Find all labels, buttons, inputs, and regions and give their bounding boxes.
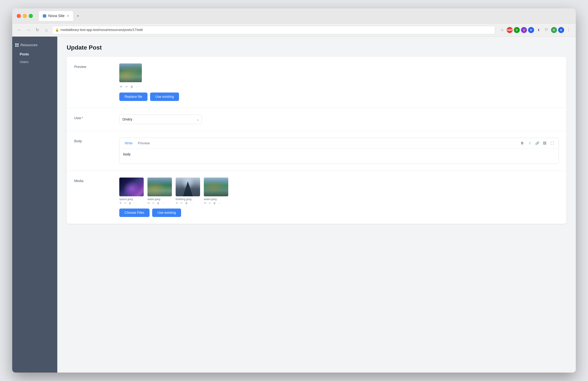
home-button[interactable]: ⌂ [43, 27, 50, 33]
media-delete-icon-1[interactable]: 🗑 [157, 202, 160, 205]
expand-button[interactable]: ⛶ [549, 140, 556, 147]
media-more-icon-3[interactable]: ··· [218, 201, 222, 205]
sidebar: Resources Posts Users [12, 37, 57, 373]
traffic-lights [17, 14, 33, 18]
tab-favicon [43, 14, 46, 18]
url-text: medialibrary-test-app.test/nova/resource… [61, 28, 143, 32]
tab-area: Nova Site ✕ + [39, 11, 81, 21]
url-bar[interactable]: 🔒 medialibrary-test-app.test/nova/resour… [52, 26, 495, 34]
media-item-1: water.jpeg 👁 ✏ 🗑 ··· [147, 178, 172, 205]
use-existing-media-button[interactable]: Use existing [152, 209, 181, 217]
shield-icon[interactable]: 🛡 [543, 27, 550, 33]
d-extension[interactable]: D [528, 27, 534, 33]
sidebar-nav: Posts Users [12, 51, 57, 66]
user-content: Dmitry Admin Editor ⌄ [119, 115, 559, 124]
media-more-icon-0[interactable]: ··· [134, 201, 137, 205]
media-item-2: building.jpeg 👁 ✏ 🗑 ··· [176, 178, 200, 205]
forward-button[interactable]: → [25, 27, 32, 33]
preview-more-icon[interactable]: ··· [136, 85, 140, 89]
sidebar-item-posts[interactable]: Posts [12, 51, 57, 58]
preview-image [119, 63, 142, 82]
browser-actions: ☆ ABP V ⚡ D ⬇ 🛡 G D ⋮ [499, 27, 572, 33]
profile-button[interactable]: D [558, 27, 564, 33]
media-item-3: water.jpeg 👁 ✏ 🗑 ··· [204, 178, 228, 205]
bolt-extension[interactable]: ⚡ [521, 27, 527, 33]
body-content: Write Preview B I 🔗 🖼 ⛶ body [119, 138, 559, 164]
media-label: Media [74, 178, 112, 183]
user-section: User* Dmitry Admin Editor ⌄ [67, 108, 567, 131]
back-button[interactable]: ← [16, 27, 23, 33]
media-view-icon-3[interactable]: 👁 [204, 202, 207, 205]
media-view-icon-1[interactable]: 👁 [147, 202, 150, 205]
media-content: space.jpeg 👁 ✏ 🗑 ··· [119, 178, 559, 217]
close-button[interactable] [17, 14, 21, 18]
media-filename-0: space.jpeg [119, 197, 133, 201]
editor-content[interactable]: body [120, 149, 559, 164]
preview-row: Preview 👁 ✏ 🗑 ··· [74, 63, 559, 101]
media-more-icon-2[interactable]: ··· [190, 201, 193, 205]
v-extension[interactable]: V [514, 27, 520, 33]
media-filename-2: building.jpeg [176, 197, 191, 201]
media-edit-icon-2[interactable]: ✏ [181, 202, 183, 205]
media-delete-icon-0[interactable]: 🗑 [129, 202, 131, 205]
media-edit-icon-0[interactable]: ✏ [124, 202, 126, 205]
link-button[interactable]: 🔗 [534, 140, 541, 147]
media-thumb-2 [176, 178, 200, 196]
tab-write[interactable]: Write [123, 140, 135, 146]
media-more-icon-1[interactable]: ··· [162, 201, 165, 205]
media-delete-icon-3[interactable]: 🗑 [213, 202, 216, 205]
maximize-button[interactable] [29, 14, 33, 18]
preview-section: Preview 👁 ✏ 🗑 ··· [67, 57, 567, 108]
media-edit-icon-3[interactable]: ✏ [209, 202, 211, 205]
media-delete-icon-2[interactable]: 🗑 [185, 202, 188, 205]
g-extension[interactable]: G [551, 27, 557, 33]
preview-image-container: 👁 ✏ 🗑 ··· [119, 63, 142, 90]
media-row: Media space.jpeg 👁 ✏ [74, 178, 559, 217]
menu-button[interactable]: ⋮ [565, 27, 572, 33]
media-thumb-1 [147, 178, 172, 196]
body-section: Body Write Preview B I 🔗 🖼 [67, 131, 567, 171]
media-actions-1: 👁 ✏ 🗑 ··· [147, 201, 165, 205]
preview-delete-icon[interactable]: 🗑 [130, 85, 133, 89]
tab-close-icon[interactable]: ✕ [66, 14, 69, 18]
body-row: Body Write Preview B I 🔗 🖼 [74, 138, 559, 164]
sidebar-item-users[interactable]: Users [12, 58, 57, 66]
use-existing-preview-button[interactable]: Use existing [150, 93, 179, 101]
resources-grid-icon [15, 43, 19, 47]
star-button[interactable]: ☆ [499, 27, 505, 33]
bold-button[interactable]: B [519, 140, 526, 147]
form-card: Preview 👁 ✏ 🗑 ··· [67, 57, 567, 224]
abp-extension[interactable]: ABP [507, 27, 513, 33]
image-button[interactable]: 🖼 [541, 140, 548, 147]
replace-file-button[interactable]: Replace file [119, 93, 147, 101]
media-item-0: space.jpeg 👁 ✏ 🗑 ··· [119, 178, 144, 205]
user-row: User* Dmitry Admin Editor ⌄ [74, 115, 559, 124]
tab-preview[interactable]: Preview [136, 140, 152, 146]
browser-window: Nova Site ✕ + ← → ↻ ⌂ 🔒 medialibrary-tes… [12, 8, 576, 373]
media-edit-icon-1[interactable]: ✏ [152, 202, 155, 205]
browser-tab[interactable]: Nova Site ✕ [39, 11, 73, 21]
media-actions-3: 👁 ✏ 🗑 ··· [204, 201, 222, 205]
editor-container: Write Preview B I 🔗 🖼 ⛶ body [119, 138, 559, 164]
preview-image-actions: 👁 ✏ 🗑 ··· [119, 84, 142, 90]
minimize-button[interactable] [23, 14, 27, 18]
preview-edit-icon[interactable]: ✏ [125, 85, 128, 89]
user-label: User* [74, 115, 112, 120]
italic-button[interactable]: I [526, 140, 533, 147]
new-tab-button[interactable]: + [75, 13, 81, 19]
media-filename-3: water.jpeg [204, 197, 217, 201]
editor-toolbar: Write Preview B I 🔗 🖼 ⛶ [120, 138, 559, 149]
preview-view-icon[interactable]: 👁 [120, 85, 123, 89]
sidebar-section-label: Resources [21, 43, 38, 47]
media-view-icon-0[interactable]: 👁 [119, 202, 122, 205]
download-icon[interactable]: ⬇ [535, 27, 542, 33]
preview-content: 👁 ✏ 🗑 ··· Replace file Use existing [119, 63, 559, 101]
refresh-button[interactable]: ↻ [34, 27, 41, 33]
choose-files-button[interactable]: Choose Files [119, 209, 149, 217]
sidebar-resources-title[interactable]: Resources [12, 41, 57, 49]
user-select[interactable]: Dmitry Admin Editor [119, 115, 202, 124]
lock-icon: 🔒 [55, 28, 59, 32]
media-grid: space.jpeg 👁 ✏ 🗑 ··· [119, 178, 559, 205]
media-actions-0: 👁 ✏ 🗑 ··· [119, 201, 137, 205]
media-view-icon-2[interactable]: 👁 [176, 202, 178, 205]
